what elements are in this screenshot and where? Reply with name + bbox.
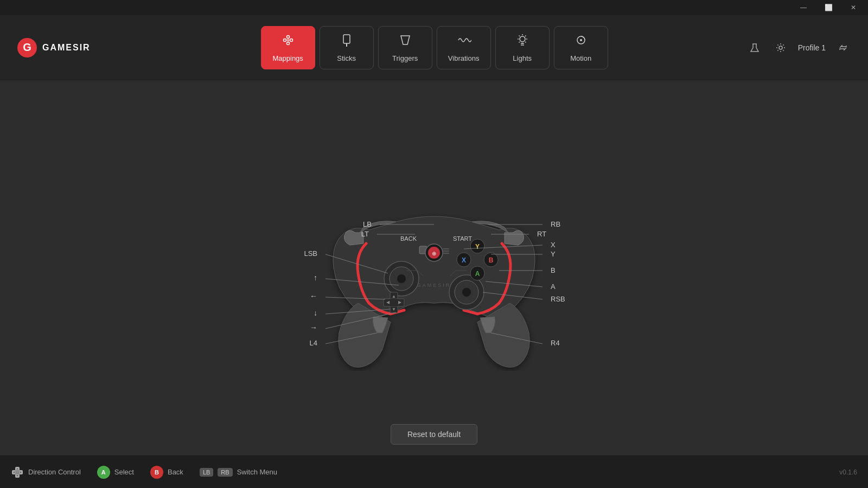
svg-line-18 <box>519 42 520 43</box>
svg-rect-53 <box>443 253 449 254</box>
svg-text:▶: ▶ <box>398 300 402 305</box>
switch-menu-label: Switch Menu <box>237 468 277 476</box>
svg-text:R4: R4 <box>551 339 560 347</box>
select-label: Select <box>114 468 134 476</box>
mappings-icon <box>280 33 296 51</box>
lights-icon <box>515 33 530 51</box>
direction-control-label: Direction Control <box>28 468 81 476</box>
tab-lights-label: Lights <box>513 54 532 62</box>
minimize-button[interactable]: — <box>791 0 816 15</box>
logo: G GAMESIR <box>16 37 91 59</box>
maximize-button[interactable]: ⬜ <box>816 0 841 15</box>
svg-text:↓: ↓ <box>314 309 317 317</box>
svg-text:A: A <box>475 270 480 278</box>
b-button-icon: B <box>150 466 163 479</box>
close-button[interactable]: ✕ <box>841 0 866 15</box>
back-label: Back <box>168 468 183 476</box>
sticks-icon <box>339 33 354 51</box>
svg-point-2 <box>283 39 286 42</box>
svg-text:RB: RB <box>551 220 560 228</box>
tab-vibrations-label: Vibrations <box>448 54 480 62</box>
svg-text:X: X <box>551 241 556 249</box>
controller-svg: ▲ ▼ ◀ ▶ Y X B <box>282 165 586 371</box>
settings-icon-button[interactable] <box>772 39 789 56</box>
svg-rect-8 <box>343 35 350 43</box>
svg-line-19 <box>525 42 526 43</box>
tab-motion[interactable]: Motion <box>554 26 608 69</box>
lb-icon: LB <box>200 468 213 477</box>
select-hint: A Select <box>97 466 134 479</box>
flask-icon-button[interactable] <box>746 39 763 56</box>
main-content: ▲ ▼ ◀ ▶ Y X B <box>0 80 868 455</box>
svg-text:LT: LT <box>361 230 369 238</box>
svg-text:↑: ↑ <box>314 273 317 282</box>
switch-menu-hint: LB RB Switch Menu <box>200 468 277 477</box>
tab-triggers-label: Triggers <box>392 54 418 62</box>
svg-text:LB: LB <box>363 220 372 228</box>
logo-text: GAMESIR <box>42 43 91 53</box>
svg-marker-10 <box>401 36 410 44</box>
bottom-bar: Direction Control A Select B Back LB RB … <box>0 455 868 488</box>
svg-text:▼: ▼ <box>392 307 396 312</box>
vibrations-icon <box>456 33 471 51</box>
svg-text:Y: Y <box>551 250 556 258</box>
controller-diagram: ▲ ▼ ◀ ▶ Y X B <box>282 165 586 371</box>
svg-text:B: B <box>489 256 494 264</box>
direction-control-hint: Direction Control <box>11 466 81 479</box>
svg-text:LSB: LSB <box>304 249 317 258</box>
svg-point-23 <box>580 39 582 41</box>
tab-triggers[interactable]: Triggers <box>378 26 432 69</box>
tab-lights[interactable]: Lights <box>495 26 550 69</box>
tab-motion-label: Motion <box>570 54 591 62</box>
svg-text:←: ← <box>310 292 317 300</box>
tab-sticks[interactable]: Sticks <box>320 26 374 69</box>
triggers-icon <box>398 33 413 51</box>
tab-mappings-label: Mappings <box>272 54 303 62</box>
svg-text:B: B <box>551 266 556 274</box>
dpad-icon <box>11 466 24 479</box>
svg-point-11 <box>520 36 525 42</box>
svg-text:◀: ◀ <box>386 300 390 305</box>
tab-mappings[interactable]: Mappings <box>261 26 315 69</box>
svg-point-25 <box>779 46 782 49</box>
svg-point-28 <box>397 274 406 283</box>
nav-tabs: Mappings Sticks Triggers <box>123 26 746 69</box>
tab-sticks-label: Sticks <box>337 54 356 62</box>
title-bar: — ⬜ ✕ <box>0 0 868 15</box>
svg-point-3 <box>290 39 292 42</box>
a-button-icon: A <box>97 466 110 479</box>
gamesir-logo-icon: G <box>16 37 38 59</box>
svg-text:A: A <box>551 282 556 291</box>
header-right: Profile 1 <box>746 39 852 56</box>
svg-text:G: G <box>23 41 31 53</box>
app-container: G GAMESIR Mappings <box>0 15 868 488</box>
svg-rect-95 <box>15 470 20 474</box>
svg-text:Y: Y <box>475 243 480 251</box>
svg-text:GAMESIR: GAMESIR <box>417 282 451 288</box>
svg-text:⊕: ⊕ <box>432 251 436 256</box>
svg-text:X: X <box>462 256 466 264</box>
svg-text:→: → <box>310 323 317 332</box>
svg-text:L4: L4 <box>310 339 317 347</box>
motion-icon <box>573 33 589 51</box>
version-label: v0.1.6 <box>839 468 857 476</box>
tab-vibrations[interactable]: Vibrations <box>437 26 491 69</box>
reset-default-button[interactable]: Reset to default <box>391 424 477 445</box>
header: G GAMESIR Mappings <box>0 15 868 80</box>
svg-rect-51 <box>443 248 449 249</box>
svg-text:▲: ▲ <box>392 294 396 299</box>
svg-text:BACK: BACK <box>400 235 417 242</box>
svg-point-4 <box>286 36 289 38</box>
profile-label: Profile 1 <box>798 43 826 52</box>
profile-switch-icon[interactable] <box>834 39 852 56</box>
svg-text:RSB: RSB <box>551 295 565 303</box>
svg-rect-31 <box>390 299 398 306</box>
svg-point-38 <box>462 288 471 297</box>
svg-point-5 <box>286 42 289 45</box>
svg-text:START: START <box>453 235 472 242</box>
svg-line-17 <box>525 36 526 37</box>
svg-line-16 <box>519 36 520 37</box>
svg-rect-52 <box>443 251 449 252</box>
back-hint: B Back <box>150 466 183 479</box>
rb-icon: RB <box>218 468 232 477</box>
